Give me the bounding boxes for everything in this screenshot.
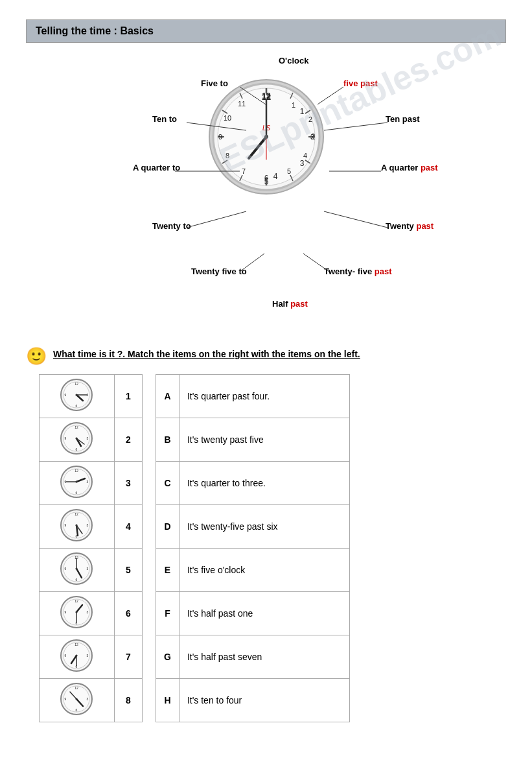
letter-cell-b: B — [156, 418, 179, 462]
label-quarter-past: A quarter past — [381, 163, 438, 172]
svg-text:5: 5 — [286, 167, 290, 175]
clock-diagram: O'clock Five to five past Ten to Ten pas… — [26, 56, 506, 328]
svg-text:12: 12 — [75, 382, 79, 386]
clock-cell-6: 12 3 6 9 — [40, 592, 115, 635]
svg-text:9: 9 — [65, 523, 67, 527]
svg-text:9: 9 — [65, 393, 67, 397]
label-twentyfive-past: Twenty- five past — [324, 266, 392, 276]
svg-text:3: 3 — [87, 523, 89, 527]
letter-cell-e: E — [156, 549, 179, 592]
letter-cell-d: D — [156, 505, 179, 549]
table-row: A It's quarter past four. — [156, 375, 350, 418]
emoji-icon: 🙂 — [26, 348, 47, 364]
clock-cell-8: 12 3 6 9 — [40, 679, 115, 722]
label-ten-past: Ten past — [386, 114, 420, 124]
label-five-past: five past — [343, 78, 378, 88]
table-row: E It's five o'clock — [156, 549, 350, 592]
svg-text:9: 9 — [65, 654, 67, 657]
svg-point-69 — [76, 438, 78, 440]
table-row: 12 3 6 9 1 — [40, 375, 143, 418]
description-g: It's half past seven — [179, 635, 349, 679]
svg-point-123 — [76, 698, 78, 700]
letter-cell-g: G — [156, 635, 179, 679]
svg-point-60 — [76, 394, 78, 396]
label-oclock: O'clock — [279, 56, 308, 65]
svg-text:3: 3 — [87, 697, 89, 701]
num-cell-4: 4 — [114, 505, 142, 549]
table-row: 12 3 6 9 3 — [40, 462, 143, 505]
svg-text:3: 3 — [87, 436, 89, 440]
label-twentyfive-to: Twenty five to — [191, 266, 247, 276]
svg-point-78 — [76, 481, 78, 483]
table-row: G It's half past seven — [156, 635, 350, 679]
description-a: It's quarter past four. — [179, 375, 349, 418]
title-bar: Telling the time : Basics — [26, 19, 506, 43]
svg-point-87 — [76, 525, 78, 527]
svg-text:3: 3 — [87, 654, 89, 657]
svg-text:9: 9 — [65, 610, 67, 614]
svg-text:9: 9 — [65, 436, 67, 440]
svg-text:9: 9 — [218, 133, 222, 141]
table-row: 12 3 6 9 4 — [40, 505, 143, 549]
description-h: It's ten to four — [179, 679, 349, 722]
svg-text:3: 3 — [299, 159, 304, 168]
svg-text:12: 12 — [75, 686, 79, 690]
left-table: 12 3 6 9 1 — [39, 374, 143, 722]
label-twenty-past: Twenty past — [386, 221, 434, 231]
svg-text:3: 3 — [87, 567, 89, 571]
exercise-text: What time is it ?. Match the items on th… — [53, 348, 360, 361]
description-c: It's quarter to three. — [179, 462, 349, 505]
svg-text:9: 9 — [65, 567, 67, 571]
svg-text:2: 2 — [308, 115, 312, 123]
svg-text:6: 6 — [76, 447, 78, 451]
description-f: It's half past one — [179, 592, 349, 635]
table-row: D It's twenty-five past six — [156, 505, 350, 549]
table-row: 12 3 6 9 5 — [40, 549, 143, 592]
svg-text:1: 1 — [299, 107, 304, 116]
label-ten-to: Ten to — [152, 114, 177, 124]
svg-text:1: 1 — [291, 101, 295, 109]
svg-line-45 — [324, 123, 387, 130]
label-half-past: Half past — [272, 299, 308, 309]
clock-cell-5: 12 3 6 9 — [40, 549, 115, 592]
table-row: 12 3 6 9 6 — [40, 592, 143, 635]
svg-text:6: 6 — [76, 491, 78, 495]
table-row: C It's quarter to three. — [156, 462, 350, 505]
table-row: H It's ten to four — [156, 679, 350, 722]
num-cell-2: 2 — [114, 418, 142, 462]
letter-cell-a: A — [156, 375, 179, 418]
clock-cell-3: 12 3 6 9 — [40, 462, 115, 505]
clock-cell-7: 12 3 6 9 — [40, 635, 115, 679]
svg-text:6: 6 — [264, 174, 268, 182]
description-b: It's twenty past five — [179, 418, 349, 462]
clock-cell-2: 12 3 6 9 — [40, 418, 115, 462]
right-table: A It's quarter past four. B It's twenty … — [156, 374, 350, 722]
svg-text:12: 12 — [75, 643, 79, 646]
num-cell-8: 8 — [114, 679, 142, 722]
num-cell-5: 5 — [114, 549, 142, 592]
num-cell-7: 7 — [114, 635, 142, 679]
svg-text:10: 10 — [223, 114, 231, 122]
svg-text:4: 4 — [273, 172, 277, 181]
svg-text:3: 3 — [310, 133, 314, 141]
svg-point-41 — [264, 135, 268, 139]
clock-cell-1: 12 3 6 9 — [40, 375, 115, 418]
description-d: It's twenty-five past six — [179, 505, 349, 549]
svg-point-96 — [76, 568, 78, 570]
svg-text:12: 12 — [75, 425, 79, 429]
page: Telling the time : Basics O'clock Five t… — [0, 0, 532, 758]
main-clock: 12 1 2 3 4 5 — [205, 75, 328, 201]
table-row: F It's half past one — [156, 592, 350, 635]
letter-cell-f: F — [156, 592, 179, 635]
num-cell-6: 6 — [114, 592, 142, 635]
svg-text:3: 3 — [87, 610, 89, 614]
letter-cell-h: H — [156, 679, 179, 722]
svg-text:12: 12 — [75, 599, 79, 603]
letter-cell-c: C — [156, 462, 179, 505]
svg-point-114 — [76, 655, 78, 657]
svg-text:4: 4 — [303, 152, 306, 160]
svg-text:9: 9 — [65, 697, 67, 701]
svg-text:6: 6 — [76, 578, 78, 582]
label-twenty-to: Twenty to — [152, 221, 191, 231]
clock-cell-4: 12 3 6 9 — [40, 505, 115, 549]
